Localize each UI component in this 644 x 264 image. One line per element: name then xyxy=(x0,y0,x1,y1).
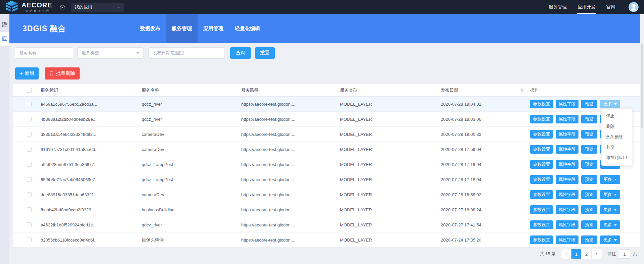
column-header-actions: 操作 xyxy=(528,87,640,93)
topnav-link-app-dev[interactable]: 应用开发 xyxy=(572,0,601,14)
preview-button[interactable]: 预览 xyxy=(581,160,597,169)
pagination-page-2[interactable]: 2 xyxy=(582,249,592,259)
row-checkbox[interactable] xyxy=(27,222,32,227)
preview-button[interactable]: 预览 xyxy=(581,100,597,108)
select-all-checkbox[interactable] xyxy=(27,88,32,93)
table-row: b2055cb6118fccecd8ef4d6f... 摄像头样例 https:… xyxy=(13,232,640,248)
cell-publish-date: 2020-07-24 17:35:20 xyxy=(441,237,528,243)
cell-service-id: a9fd928ede8751f3ee36677... xyxy=(41,162,142,167)
pagination-prev-button[interactable]: ‹ xyxy=(561,249,571,259)
attribute-fields-button[interactable]: 属性字段 xyxy=(556,100,578,108)
attribute-fields-button[interactable]: 属性字段 xyxy=(556,205,578,214)
caret-down-icon xyxy=(614,103,617,105)
more-button[interactable]: 更多 xyxy=(600,205,620,214)
goto-page-input[interactable] xyxy=(619,249,630,259)
row-checkbox[interactable] xyxy=(27,237,32,242)
attribute-fields-button[interactable]: 属性字段 xyxy=(556,190,578,199)
tab-service-mgmt[interactable]: 服务管理 xyxy=(166,14,198,43)
menu-item-stop[interactable]: 停止 xyxy=(602,111,632,121)
row-checkbox[interactable] xyxy=(27,207,32,212)
filter-bar: 服务类型 发布日期范围 查询 重置 xyxy=(9,47,640,59)
cell-service-path: https://aecore-test.glodon.... xyxy=(241,237,340,243)
menu-item-permanent-delete[interactable]: 永久删除 xyxy=(602,132,632,142)
params-settings-button[interactable]: 参数设置 xyxy=(530,235,553,244)
more-button[interactable]: 更多 xyxy=(600,220,620,229)
preview-button[interactable]: 预览 xyxy=(581,145,597,154)
topnav-link-official-site[interactable]: 官网 xyxy=(601,0,621,14)
menu-item-delete[interactable]: 删除 xyxy=(602,121,632,132)
params-settings-button[interactable]: 参数设置 xyxy=(530,115,553,123)
service-name-input[interactable] xyxy=(15,47,73,59)
preview-button[interactable]: 预览 xyxy=(581,175,597,184)
row-checkbox[interactable] xyxy=(27,192,32,197)
add-button[interactable]: + 新增 xyxy=(15,67,39,80)
params-settings-button[interactable]: 参数设置 xyxy=(530,145,553,154)
avatar[interactable] xyxy=(629,2,639,12)
tab-data-publish[interactable]: 数据发布 xyxy=(134,14,166,43)
date-range-placeholder: 发布日期范围 xyxy=(153,50,179,56)
preview-button[interactable]: 预览 xyxy=(581,235,597,244)
preview-button[interactable]: 预览 xyxy=(581,220,597,229)
tab-lightweight-edit[interactable]: 轻量化编辑 xyxy=(229,14,266,43)
sidebar-item-dashboard[interactable] xyxy=(0,18,9,32)
brand-subtitle: 广联达数字中台 xyxy=(22,9,52,13)
scrollbar-track[interactable] xyxy=(640,14,644,264)
home-icon[interactable] xyxy=(58,3,67,11)
chevron-down-icon xyxy=(118,5,121,8)
menu-item-add-to-app[interactable]: 添加到应用 xyxy=(602,153,632,163)
pagination-next-button[interactable]: › xyxy=(592,249,602,259)
params-settings-button[interactable]: 参数设置 xyxy=(530,220,553,229)
cell-service-id: 65f5b8e71ac7ab0648069e7... xyxy=(41,177,142,182)
query-button[interactable]: 查询 xyxy=(230,47,251,59)
cell-service-path: https://aecore-test.glodon.... xyxy=(241,117,340,122)
scrollbar-thumb[interactable] xyxy=(641,44,643,128)
preview-button[interactable]: 预览 xyxy=(581,130,597,139)
more-button[interactable]: 更多 xyxy=(600,235,620,244)
topnav-link-service-mgmt[interactable]: 服务管理 xyxy=(543,0,572,14)
row-checkbox[interactable] xyxy=(27,177,32,182)
attribute-fields-button[interactable]: 属性字段 xyxy=(556,175,578,184)
tab-app-mgmt[interactable]: 应用管理 xyxy=(198,14,229,43)
attribute-fields-button[interactable]: 属性字段 xyxy=(556,220,578,229)
sort-icon[interactable] xyxy=(521,88,523,92)
cell-service-path: https://aecore-test.glodon.... xyxy=(241,147,340,152)
row-checkbox[interactable] xyxy=(27,162,32,167)
attribute-fields-button[interactable]: 属性字段 xyxy=(556,160,578,169)
attribute-fields-button[interactable]: 属性字段 xyxy=(556,235,578,244)
cell-service-id: e469a1c586755eb52acd3a... xyxy=(41,102,142,107)
attribute-fields-button[interactable]: 属性字段 xyxy=(556,145,578,154)
row-checkbox[interactable] xyxy=(27,132,32,137)
cell-actions: 参数设置 属性字段 预览 更多 xyxy=(528,100,640,108)
pager: ‹ 1 2 › xyxy=(561,249,602,259)
row-checkbox[interactable] xyxy=(27,102,32,106)
params-settings-button[interactable]: 参数设置 xyxy=(530,205,553,214)
cell-publish-date: 2020-07-28 18:04:32 xyxy=(441,102,528,107)
row-checkbox[interactable] xyxy=(27,117,32,121)
more-button[interactable]: 更多 xyxy=(600,190,620,199)
preview-button[interactable]: 预览 xyxy=(581,115,597,123)
attribute-fields-button[interactable]: 属性字段 xyxy=(556,130,578,139)
app-select[interactable]: 我的应用 xyxy=(71,3,124,12)
preview-button[interactable]: 预览 xyxy=(581,190,597,199)
preview-button[interactable]: 预览 xyxy=(581,205,597,214)
attribute-fields-button[interactable]: 属性字段 xyxy=(556,115,578,123)
params-settings-button[interactable]: 参数设置 xyxy=(530,190,553,199)
more-button[interactable]: 更多 xyxy=(600,100,620,108)
cell-service-name: cameraDev xyxy=(142,192,241,197)
service-type-select[interactable]: 服务类型 xyxy=(77,47,144,59)
params-settings-button[interactable]: 参数设置 xyxy=(530,100,553,108)
params-settings-button[interactable]: 参数设置 xyxy=(530,175,553,184)
params-settings-button[interactable]: 参数设置 xyxy=(530,130,553,139)
app-tabs: 数据发布 服务管理 应用管理 轻量化编辑 xyxy=(134,14,266,43)
pagination-page-1[interactable]: 1 xyxy=(571,249,582,259)
menu-item-share[interactable]: 共享 xyxy=(602,142,632,153)
params-settings-button[interactable]: 参数设置 xyxy=(530,160,553,169)
batch-delete-button[interactable]: 批量删除 xyxy=(45,67,80,80)
cell-service-type: MODEL_LAYER xyxy=(340,102,441,107)
publish-date-range-input[interactable]: 发布日期范围 xyxy=(148,47,224,59)
more-dropdown-menu: 停止 删除 永久删除 共享 添加到应用 xyxy=(601,108,632,166)
reset-button[interactable]: 重置 xyxy=(255,47,275,59)
sidebar-item-app-window[interactable] xyxy=(0,32,9,46)
more-button[interactable]: 更多 xyxy=(600,175,620,184)
row-checkbox[interactable] xyxy=(27,147,32,152)
